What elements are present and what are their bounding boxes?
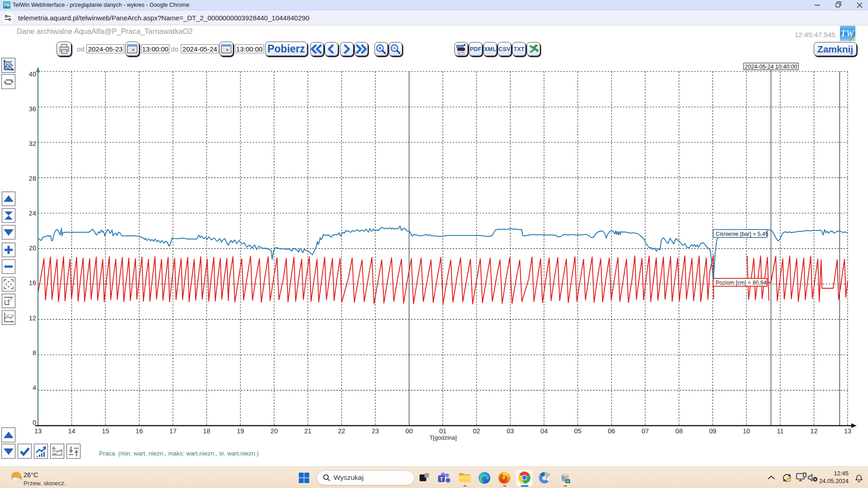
svg-text:0: 0 [33, 419, 36, 426]
svg-text:14: 14 [68, 427, 75, 435]
svg-text:09: 09 [709, 427, 716, 435]
svg-text:20: 20 [29, 244, 36, 252]
svg-text:36: 36 [29, 105, 36, 113]
svg-text:20: 20 [270, 427, 278, 435]
svg-text:04: 04 [540, 427, 547, 435]
svg-text:23: 23 [372, 427, 379, 435]
svg-text:16: 16 [29, 279, 36, 286]
svg-text:15: 15 [102, 427, 109, 435]
svg-text:17: 17 [169, 427, 176, 435]
svg-text:00: 00 [406, 427, 413, 435]
svg-text:06: 06 [608, 427, 615, 435]
svg-text:24: 24 [29, 210, 36, 217]
svg-text:12: 12 [810, 427, 817, 435]
svg-text:05: 05 [574, 427, 581, 435]
svg-text:Ciśnienie [bar] = 5,45: Ciśnienie [bar] = 5,45 [716, 231, 769, 237]
svg-text:8: 8 [33, 349, 36, 357]
svg-text:16: 16 [136, 427, 143, 435]
svg-text:19: 19 [237, 427, 244, 435]
svg-text:28: 28 [29, 175, 36, 182]
svg-text:02: 02 [473, 427, 480, 435]
svg-text:21: 21 [304, 427, 311, 435]
svg-text:12: 12 [29, 314, 36, 322]
svg-text:13: 13 [844, 427, 851, 435]
svg-text:T: T [440, 476, 443, 482]
svg-text:18: 18 [203, 427, 210, 435]
svg-text:40: 40 [29, 70, 36, 78]
svg-text:22: 22 [338, 427, 345, 435]
svg-text:13: 13 [34, 427, 42, 435]
svg-text:2024-05-24 10:40:00: 2024-05-24 10:40:00 [745, 64, 797, 70]
svg-text:01: 01 [439, 427, 446, 435]
svg-text:08: 08 [675, 427, 683, 435]
svg-text:32: 32 [29, 140, 36, 147]
svg-text:Praca (min: wart. niezn., mak: Praca (min: wart. niezn., maks: wart.nie… [99, 450, 259, 457]
svg-text:4: 4 [33, 384, 36, 391]
svg-text:10: 10 [743, 427, 750, 435]
svg-text:07: 07 [642, 427, 649, 435]
svg-text:Poziom [cm] = 80,94: Poziom [cm] = 80,94 [716, 280, 767, 286]
svg-text:03: 03 [507, 427, 514, 435]
svg-text:T[godzina]: T[godzina] [429, 434, 457, 441]
svg-text:11: 11 [777, 427, 783, 435]
